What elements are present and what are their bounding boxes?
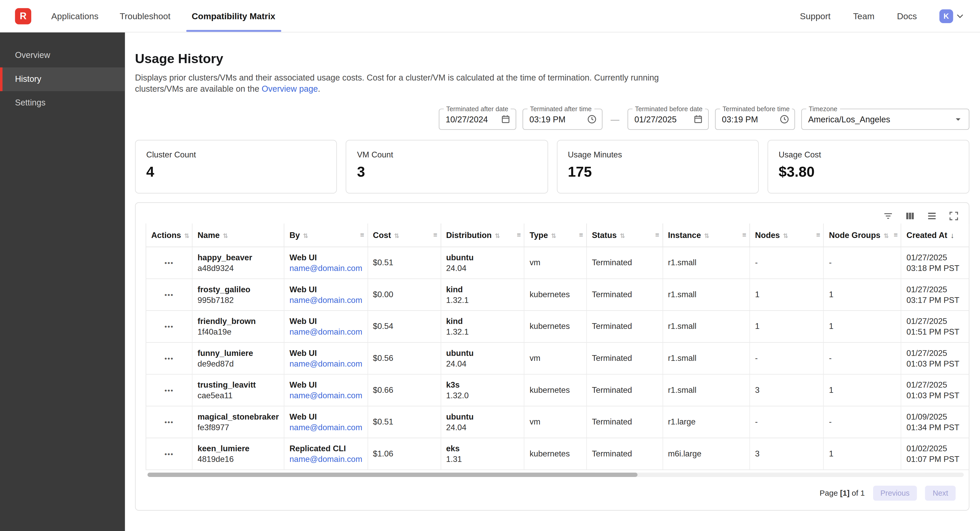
filter-icon[interactable]	[882, 210, 894, 222]
terminated-after-time-value[interactable]: 03:19 PM	[529, 114, 583, 124]
sort-icon[interactable]: ⇅	[883, 232, 889, 239]
clock-icon[interactable]	[587, 114, 597, 124]
column-header-type[interactable]: Type⇅≡	[524, 223, 587, 247]
cell-name: funny_lumierede9ed87d	[192, 342, 284, 374]
sort-icon[interactable]: ⇅	[394, 232, 399, 239]
column-menu-icon[interactable]: ≡	[579, 231, 583, 239]
timezone-value[interactable]: America/Los_Angeles	[808, 114, 949, 124]
table-row[interactable]: ••• magical_stonebrakerfe3f8977 Web UIna…	[146, 406, 969, 438]
cell-created-at: 01/27/202501:03 PM PST	[901, 342, 969, 374]
table-row[interactable]: ••• happy_beavera48d9324 Web UIname@doma…	[146, 247, 969, 279]
sort-icon[interactable]: ⇅	[551, 232, 556, 239]
sidebar-item-overview[interactable]: Overview	[0, 44, 125, 67]
sort-icon[interactable]: ⇅	[223, 232, 228, 239]
cell-distribution: ubuntu24.04	[441, 406, 524, 438]
table-row[interactable]: ••• trusting_leavittcae5ea11 Web UIname@…	[146, 374, 969, 406]
column-header-created-at[interactable]: Created At↓	[901, 223, 969, 247]
cell-created-at: 01/27/202503:18 PM PST	[901, 247, 969, 279]
cell-nodes: 3	[750, 374, 824, 406]
email-link[interactable]: name@domain.com	[290, 294, 362, 305]
column-menu-icon[interactable]: ≡	[517, 231, 521, 239]
column-menu-icon[interactable]: ≡	[360, 231, 364, 239]
scrollbar-thumb[interactable]	[148, 472, 637, 477]
nav-link-support[interactable]: Support	[800, 11, 831, 21]
density-icon[interactable]	[926, 210, 938, 222]
calendar-icon[interactable]	[693, 114, 703, 124]
nav-tab-compatibility-matrix[interactable]: Compatibility Matrix	[181, 0, 286, 32]
email-link[interactable]: name@domain.com	[290, 453, 362, 464]
column-header-actions[interactable]: Actions⇅	[146, 223, 192, 247]
sort-icon[interactable]: ⇅	[704, 232, 709, 239]
column-header-instance[interactable]: Instance⇅≡	[663, 223, 750, 247]
clock-icon[interactable]	[780, 114, 789, 124]
sort-desc-icon[interactable]: ↓	[950, 231, 954, 240]
stat-cards: Cluster Count 4 VM Count 3 Usage Minutes…	[135, 140, 969, 193]
horizontal-scrollbar[interactable]	[148, 472, 964, 477]
column-header-status[interactable]: Status⇅≡	[587, 223, 663, 247]
next-page-button[interactable]: Next	[925, 485, 956, 500]
cell-cost: $0.54	[368, 310, 441, 342]
table-row[interactable]: ••• frosty_galileo995b7182 Web UIname@do…	[146, 279, 969, 311]
overview-page-link[interactable]: Overview page	[262, 84, 318, 93]
previous-page-button[interactable]: Previous	[873, 485, 917, 500]
nav-tab-applications[interactable]: Applications	[41, 0, 109, 32]
terminated-before-time-value[interactable]: 03:19 PM	[722, 114, 776, 124]
email-link[interactable]: name@domain.com	[290, 358, 362, 369]
column-menu-icon[interactable]: ≡	[742, 231, 746, 239]
terminated-after-date-field[interactable]: Terminated after date 10/27/2024	[439, 109, 516, 130]
row-actions-button[interactable]: •••	[165, 259, 174, 266]
email-link[interactable]: name@domain.com	[290, 422, 362, 432]
timezone-select[interactable]: Timezone America/Los_Angeles	[801, 109, 969, 130]
sort-icon[interactable]: ⇅	[303, 232, 308, 239]
app-logo[interactable]: R	[15, 8, 31, 24]
user-menu[interactable]: K	[939, 9, 965, 23]
email-link[interactable]: name@domain.com	[290, 390, 362, 401]
row-actions-button[interactable]: •••	[165, 387, 174, 394]
row-actions-button[interactable]: •••	[165, 291, 174, 298]
cell-instance: r1.small	[663, 279, 750, 311]
fullscreen-icon[interactable]	[948, 210, 960, 222]
nav-link-team[interactable]: Team	[853, 11, 874, 21]
table-row[interactable]: ••• keen_lumiere4819de16 Replicated CLIn…	[146, 438, 969, 470]
row-actions-button[interactable]: •••	[165, 355, 174, 362]
columns-icon[interactable]	[904, 210, 916, 222]
terminated-before-time-field[interactable]: Terminated before time 03:19 PM	[715, 109, 795, 130]
email-link[interactable]: name@domain.com	[290, 263, 362, 273]
terminated-after-date-value[interactable]: 10/27/2024	[445, 114, 497, 124]
sort-icon[interactable]: ⇅	[184, 232, 189, 239]
email-link[interactable]: name@domain.com	[290, 326, 362, 337]
terminated-before-date-value[interactable]: 01/27/2025	[634, 114, 689, 124]
usage-history-table: Actions⇅ Name⇅ By⇅≡ Cost⇅≡ Distribution⇅…	[146, 223, 969, 470]
column-header-by[interactable]: By⇅≡	[284, 223, 368, 247]
table-row[interactable]: ••• friendly_brown1f40a19e Web UIname@do…	[146, 310, 969, 342]
row-actions-button[interactable]: •••	[165, 450, 174, 458]
column-menu-icon[interactable]: ≡	[655, 231, 659, 239]
stat-card-vm-count: VM Count 3	[346, 140, 548, 193]
dropdown-arrow-icon[interactable]	[953, 114, 964, 125]
sidebar-item-history[interactable]: History	[0, 68, 125, 91]
column-menu-icon[interactable]: ≡	[894, 231, 897, 239]
column-menu-icon[interactable]: ≡	[433, 231, 437, 239]
column-menu-icon[interactable]: ≡	[816, 231, 820, 239]
sort-icon[interactable]: ⇅	[783, 232, 788, 239]
column-header-name[interactable]: Name⇅	[192, 223, 284, 247]
cell-status: Terminated	[587, 279, 663, 311]
sort-icon[interactable]: ⇅	[620, 232, 625, 239]
column-header-node-groups[interactable]: Node Groups⇅≡	[824, 223, 901, 247]
nav-tab-troubleshoot[interactable]: Troubleshoot	[109, 0, 181, 32]
calendar-icon[interactable]	[501, 114, 511, 124]
nav-link-docs[interactable]: Docs	[897, 11, 917, 21]
user-avatar[interactable]: K	[939, 9, 953, 23]
row-actions-button[interactable]: •••	[165, 323, 174, 330]
sidebar-item-settings[interactable]: Settings	[0, 91, 125, 115]
row-actions-button[interactable]: •••	[165, 418, 174, 426]
column-header-distribution[interactable]: Distribution⇅≡	[441, 223, 524, 247]
terminated-before-date-field[interactable]: Terminated before date 01/27/2025	[628, 109, 709, 130]
table-row[interactable]: ••• funny_lumierede9ed87d Web UIname@dom…	[146, 342, 969, 374]
column-header-nodes[interactable]: Nodes⇅≡	[750, 223, 824, 247]
sort-icon[interactable]: ⇅	[495, 232, 500, 239]
terminated-after-time-field[interactable]: Terminated after time 03:19 PM	[522, 109, 603, 130]
column-label: Name	[198, 230, 220, 239]
column-header-cost[interactable]: Cost⇅≡	[368, 223, 441, 247]
cell-actions: •••	[146, 374, 192, 406]
